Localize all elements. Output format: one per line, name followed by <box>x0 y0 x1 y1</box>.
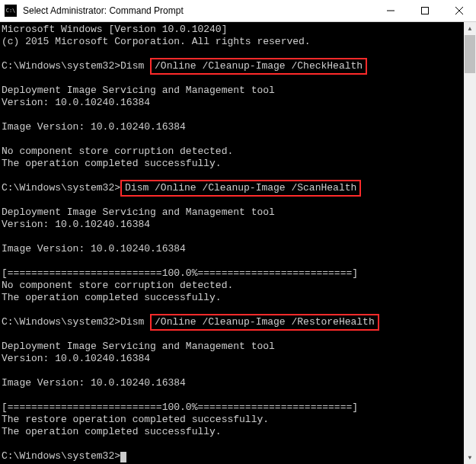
os-banner-line1: Microsoft Windows [Version 10.0.10240] <box>2 24 227 35</box>
svg-rect-1 <box>421 8 428 14</box>
titlebar[interactable]: Select Administrator: Command Prompt <box>0 0 476 22</box>
close-icon <box>455 7 463 14</box>
minimize-button[interactable] <box>373 0 407 21</box>
highlight-restorehealth: /Online /Cleanup-Image /RestoreHealth <box>150 314 379 331</box>
command-prompt-window: Select Administrator: Command Prompt Mic… <box>0 0 476 464</box>
op-success-3: The operation completed successfully. <box>2 426 222 437</box>
scroll-down-arrow[interactable]: ▼ <box>464 451 476 464</box>
cmd-icon <box>5 5 17 17</box>
restore-success: The restore operation completed successf… <box>2 414 269 425</box>
scroll-up-arrow[interactable]: ▲ <box>464 22 476 35</box>
image-version-3: Image Version: 10.0.10240.16384 <box>2 377 186 389</box>
no-corruption-1: No component store corruption detected. <box>2 146 233 157</box>
progress-bar-1: [==========================100.0%=======… <box>2 267 358 279</box>
highlight-checkhealth: /Online /Cleanup-Image /CheckHealth <box>150 58 367 75</box>
maximize-icon <box>421 7 429 14</box>
final-prompt: C:\Windows\system32> <box>2 450 120 462</box>
scrollbar-thumb[interactable] <box>465 35 475 73</box>
dism-version-2: Version: 10.0.10240.16384 <box>2 219 150 230</box>
op-success-2: The operation completed successfully. <box>2 292 222 303</box>
no-corruption-2: No component store corruption detected. <box>2 280 233 291</box>
close-button[interactable] <box>442 0 476 21</box>
prompt-2-prefix: C:\Windows\system32> <box>2 182 120 194</box>
prompt-1-prefix: C:\Windows\system32>Dism <box>2 60 150 72</box>
os-banner-line2: (c) 2015 Microsoft Corporation. All righ… <box>2 36 311 47</box>
dism-version-1: Version: 10.0.10240.16384 <box>2 97 150 108</box>
dism-heading-2: Deployment Image Servicing and Managemen… <box>2 206 275 218</box>
op-success-1: The operation completed successfully. <box>2 158 222 169</box>
dism-version-3: Version: 10.0.10240.16384 <box>2 353 150 364</box>
dism-heading-3: Deployment Image Servicing and Managemen… <box>2 341 275 352</box>
terminal-output[interactable]: Microsoft Windows [Version 10.0.10240] (… <box>0 22 464 464</box>
prompt-3-prefix: C:\Windows\system32>Dism <box>2 316 150 328</box>
progress-bar-2: [==========================100.0%=======… <box>2 402 358 413</box>
window-title: Select Administrator: Command Prompt <box>23 5 373 16</box>
highlight-scanhealth: Dism /Online /Cleanup-Image /ScanHealth <box>120 180 361 197</box>
image-version-1: Image Version: 10.0.10240.16384 <box>2 121 186 133</box>
minimize-icon <box>387 7 395 14</box>
image-version-2: Image Version: 10.0.10240.16384 <box>2 243 186 254</box>
cursor <box>120 452 126 462</box>
terminal-wrapper: Microsoft Windows [Version 10.0.10240] (… <box>0 22 476 464</box>
window-controls <box>373 0 476 21</box>
vertical-scrollbar[interactable]: ▲ ▼ <box>464 22 476 464</box>
dism-heading-1: Deployment Image Servicing and Managemen… <box>2 85 275 96</box>
maximize-button[interactable] <box>407 0 442 21</box>
